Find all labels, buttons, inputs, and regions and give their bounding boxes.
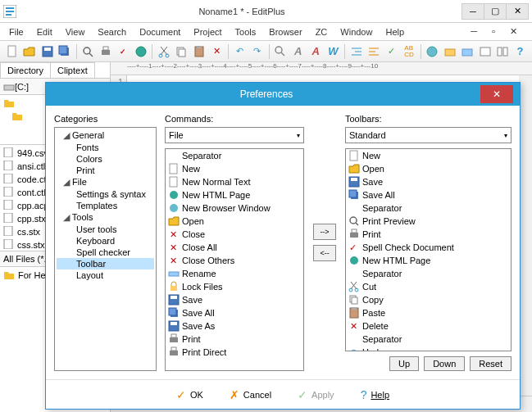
menu-restore-icon[interactable]: ▫ — [486, 25, 501, 38]
list-item[interactable]: Print Direct — [166, 346, 303, 359]
list-item[interactable]: New Normal Text — [166, 175, 303, 188]
list-item[interactable]: Rename — [166, 267, 303, 280]
tree-node[interactable]: Print — [57, 165, 154, 176]
list-item[interactable]: New HTML Page — [166, 188, 303, 201]
menu-edit[interactable]: Edit — [31, 25, 58, 38]
menu-search[interactable]: Search — [92, 25, 132, 38]
browser-icon[interactable] — [425, 43, 440, 60]
list-item[interactable]: ✕Close All — [166, 241, 303, 254]
menu-document[interactable]: Document — [134, 25, 186, 38]
tree-node[interactable]: Spell checker — [57, 247, 154, 258]
list-item[interactable]: Lock Files — [166, 280, 303, 293]
tree-node[interactable]: Settings & syntax — [57, 188, 154, 200]
tree-node[interactable]: ◢ General — [57, 129, 154, 142]
open-icon[interactable] — [21, 43, 37, 60]
minimize-button[interactable]: ─ — [462, 3, 484, 20]
list-item[interactable]: ↶Undo — [346, 346, 511, 351]
menu-zc[interactable]: ZC — [310, 25, 334, 38]
preview-icon[interactable] — [80, 43, 96, 60]
toolbars-list[interactable]: NewOpenSaveSave AllSeparatorPrint Previe… — [345, 148, 512, 351]
move-left-button[interactable]: <-- — [313, 245, 336, 261]
list-item[interactable]: Cut — [346, 280, 511, 293]
list-item[interactable]: Separator — [346, 201, 511, 215]
list-item[interactable]: Print — [166, 333, 303, 346]
undo-icon[interactable]: ↶ — [232, 43, 248, 60]
list-item[interactable]: ✓Spell Check Document — [346, 241, 511, 254]
down-button[interactable]: Down — [424, 356, 465, 371]
redo-icon[interactable]: ↷ — [249, 43, 265, 60]
tree-node[interactable]: Fonts — [57, 142, 154, 153]
apply-button[interactable]: ✓Apply — [293, 386, 339, 404]
dialog-close-button[interactable]: ✕ — [480, 85, 513, 103]
list-item[interactable]: Save — [346, 175, 511, 188]
list-item[interactable]: Open — [346, 162, 511, 175]
menu-view[interactable]: View — [60, 25, 91, 38]
tool3-icon[interactable] — [477, 43, 493, 60]
close-button[interactable]: ✕ — [506, 3, 529, 20]
help-icon[interactable]: ? — [512, 43, 528, 60]
list-item[interactable]: Save All — [346, 188, 511, 201]
menu-file[interactable]: File — [3, 25, 30, 38]
col-icon[interactable]: ABCD — [401, 43, 416, 60]
commands-combo[interactable]: File▾ — [165, 127, 304, 143]
replace-icon[interactable]: A — [290, 43, 306, 60]
menu-help[interactable]: Help — [380, 25, 410, 38]
menu-tools[interactable]: Tools — [230, 25, 262, 38]
spell-icon[interactable]: ✓ — [115, 43, 130, 60]
menu-project[interactable]: Project — [188, 25, 227, 38]
list-item[interactable]: Print — [346, 228, 511, 241]
tree-node[interactable]: Colors — [57, 153, 154, 165]
outdent-icon[interactable] — [366, 43, 382, 60]
tree-node[interactable]: Keyboard — [57, 235, 154, 247]
tree-node[interactable]: ◢ File — [57, 176, 154, 188]
list-item[interactable]: ✕Delete — [346, 319, 511, 333]
findfiles-icon[interactable]: A — [307, 43, 323, 60]
tool2-icon[interactable] — [460, 43, 475, 60]
categories-tree[interactable]: ◢ GeneralFontsColorsPrint◢ FileSettings … — [54, 127, 157, 371]
list-item[interactable]: New — [166, 162, 303, 175]
vscrollbar[interactable] — [519, 75, 532, 396]
toolbars-combo[interactable]: Standard▾ — [345, 127, 512, 143]
find-icon[interactable] — [273, 43, 289, 60]
menu-min-icon[interactable]: ─ — [465, 25, 483, 38]
list-item[interactable]: Separator — [166, 149, 303, 162]
list-item[interactable]: Copy — [346, 293, 511, 306]
reset-button[interactable]: Reset — [470, 356, 512, 371]
wordwrap-icon[interactable]: W — [325, 43, 341, 60]
tree-node[interactable]: Toolbar — [57, 258, 154, 269]
tree-node[interactable]: Templates — [57, 200, 154, 211]
list-item[interactable]: Open — [166, 215, 303, 228]
menu-close-icon[interactable]: ✕ — [504, 25, 523, 38]
ok-button[interactable]: ✓OK — [171, 386, 208, 404]
copy-icon[interactable] — [174, 43, 189, 60]
tree-node[interactable]: User tools — [57, 224, 154, 235]
tree-node[interactable]: Layout — [57, 269, 154, 281]
maximize-button[interactable]: ▢ — [484, 3, 507, 20]
saveall-icon[interactable] — [57, 43, 72, 60]
cancel-button[interactable]: ✗Cancel — [225, 386, 276, 404]
help-button[interactable]: ?Help — [356, 386, 394, 404]
move-right-button[interactable]: --> — [313, 224, 336, 240]
paste-icon[interactable] — [191, 43, 207, 60]
list-item[interactable]: New HTML Page — [346, 254, 511, 267]
list-item[interactable]: New Browser Window — [166, 201, 303, 215]
list-item[interactable]: Save All — [166, 306, 303, 319]
check-icon[interactable]: ✓ — [384, 43, 399, 60]
list-item[interactable]: Separator — [346, 267, 511, 280]
html-icon[interactable] — [133, 43, 148, 60]
list-item[interactable]: Save As — [166, 319, 303, 333]
new-icon[interactable] — [4, 43, 20, 60]
list-item[interactable]: Save — [166, 293, 303, 306]
tab-cliptext[interactable]: Cliptext — [50, 62, 95, 78]
list-item[interactable]: Paste — [346, 306, 511, 319]
list-item[interactable]: ✕Close Others — [166, 254, 303, 267]
tab-directory[interactable]: Directory — [0, 62, 51, 78]
menu-window[interactable]: Window — [334, 25, 378, 38]
cut-icon[interactable] — [156, 43, 171, 60]
list-item[interactable]: Print Preview — [346, 215, 511, 228]
up-button[interactable]: Up — [389, 356, 419, 371]
indent-icon[interactable] — [348, 43, 364, 60]
list-item[interactable]: New — [346, 149, 511, 162]
list-item[interactable]: Separator — [346, 333, 511, 346]
tool1-icon[interactable] — [442, 43, 457, 60]
